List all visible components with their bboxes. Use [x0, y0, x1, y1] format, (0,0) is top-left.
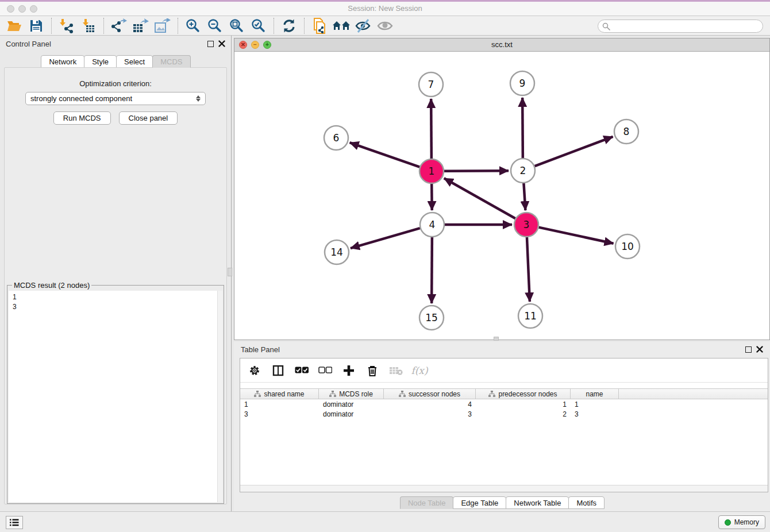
network-canvas[interactable]: 7968124314101511 — [234, 52, 769, 340]
search-input[interactable] — [613, 22, 763, 30]
zoom-selected-button[interactable] — [248, 17, 270, 34]
network-view-window: ✕ − + scc.txt 7968124314101511 — [234, 38, 770, 340]
task-history-button[interactable] — [6, 516, 23, 529]
select-all-columns-button[interactable] — [294, 363, 309, 378]
trash-icon — [367, 365, 378, 376]
graph-node-11[interactable]: 11 — [518, 304, 542, 328]
tab-select[interactable]: Select — [116, 55, 153, 68]
column-header-MCDS-role[interactable]: MCDS role — [319, 389, 384, 399]
delete-table-button[interactable] — [388, 363, 403, 378]
save-session-button[interactable] — [25, 17, 47, 34]
edge-1-6[interactable] — [350, 142, 420, 167]
graph-node-3[interactable]: 3 — [514, 213, 538, 237]
node-table: shared nameMCDS rolesuccessor nodesprede… — [240, 388, 768, 419]
hierarchy-icon — [488, 391, 495, 398]
table-horizontal-scrollbar[interactable] — [240, 485, 768, 492]
network-resize-handle[interactable] — [494, 337, 499, 341]
graph-node-2[interactable]: 2 — [511, 159, 535, 183]
table-settings-button[interactable] — [247, 363, 262, 378]
refresh-button[interactable] — [278, 17, 300, 34]
unselect-all-columns-button[interactable] — [318, 363, 333, 378]
export-network-button[interactable] — [108, 17, 130, 34]
window-titlebar: Session: New Session — [0, 2, 770, 16]
graph-node-6[interactable]: 6 — [324, 126, 348, 150]
export-image-button[interactable] — [152, 17, 174, 34]
graph-node-15[interactable]: 15 — [419, 306, 444, 330]
tab-motifs[interactable]: Motifs — [568, 496, 605, 509]
mcds-result-list[interactable]: 1 3 — [9, 291, 217, 502]
add-column-button[interactable] — [341, 363, 356, 378]
edge-2-8[interactable] — [535, 137, 613, 166]
table-panel-tabs: Node TableEdge TableNetwork TableMotifs — [234, 496, 770, 509]
graph-node-1[interactable]: 1 — [419, 159, 444, 183]
panel-splitter-handle[interactable] — [228, 268, 232, 276]
tab-network[interactable]: Network — [41, 55, 84, 68]
show-column-panel-button[interactable] — [271, 363, 286, 378]
graph-node-8[interactable]: 8 — [614, 119, 638, 144]
tab-node-table[interactable]: Node Table — [400, 496, 454, 509]
table-column-headers: shared nameMCDS rolesuccessor nodesprede… — [240, 388, 768, 399]
import-table-button[interactable] — [78, 17, 99, 34]
tab-network-table[interactable]: Network Table — [506, 496, 569, 509]
export-image-icon — [154, 18, 171, 33]
float-table-panel-icon[interactable] — [745, 346, 752, 353]
edge-4-14[interactable] — [351, 228, 420, 248]
zoom-in-button[interactable] — [182, 17, 204, 34]
toolbar-separator — [51, 18, 52, 34]
edge-1-2[interactable] — [444, 171, 509, 171]
function-builder-button[interactable]: f(x) — [412, 363, 427, 378]
edge-3-1[interactable] — [444, 178, 515, 218]
run-mcds-button[interactable]: Run MCDS — [53, 111, 111, 125]
column-header-predecessor-nodes[interactable]: predecessor nodes — [476, 389, 571, 399]
table-rows: 1dominator4113dominator323 — [240, 399, 768, 419]
zoom-fit-button[interactable] — [226, 17, 248, 34]
tab-edge-table[interactable]: Edge Table — [453, 496, 506, 509]
clone-network-button[interactable] — [309, 17, 330, 34]
graph-node-4[interactable]: 4 — [420, 213, 444, 237]
first-neighbors-button[interactable] — [330, 17, 352, 34]
table-row[interactable]: 3dominator323 — [240, 409, 768, 419]
result-scrollbar[interactable] — [217, 291, 222, 502]
show-all-button[interactable] — [374, 17, 396, 34]
float-panel-icon[interactable] — [207, 41, 214, 47]
table-panel: Table Panel — [234, 342, 770, 511]
column-header-name[interactable]: name — [571, 389, 619, 399]
graph-node-9[interactable]: 9 — [510, 71, 534, 95]
tab-style[interactable]: Style — [84, 55, 117, 68]
column-header-successor-nodes[interactable]: successor nodes — [384, 389, 476, 399]
close-table-panel-icon[interactable] — [756, 346, 763, 353]
hide-selected-button[interactable] — [352, 17, 374, 34]
graph-node-14[interactable]: 14 — [325, 240, 349, 264]
close-panel-icon[interactable] — [218, 40, 225, 47]
export-table-button[interactable] — [130, 17, 152, 34]
edge-2-9[interactable] — [522, 98, 523, 158]
table-panel-title: Table Panel — [241, 345, 280, 354]
zoom-out-button[interactable] — [204, 17, 226, 34]
tab-mcds[interactable]: MCDS — [152, 55, 190, 68]
edge-2-3[interactable] — [523, 183, 525, 210]
optimization-criterion-label: Optimization criterion: — [5, 79, 226, 88]
edge-3-10[interactable] — [539, 228, 614, 244]
edge-1-7[interactable] — [431, 99, 432, 159]
column-header-shared-name[interactable]: shared name — [240, 389, 319, 399]
network-window-title: scc.txt — [234, 40, 769, 49]
graph-node-10[interactable]: 10 — [615, 234, 640, 259]
edge-3-11[interactable] — [527, 237, 530, 302]
gear-icon — [249, 365, 260, 376]
delete-columns-button[interactable] — [365, 363, 380, 378]
criterion-dropdown[interactable]: strongly connected component — [25, 92, 206, 105]
network-window-titlebar[interactable]: ✕ − + scc.txt — [234, 38, 769, 52]
hierarchy-icon — [329, 391, 336, 398]
close-panel-button[interactable]: Close panel — [119, 111, 178, 125]
graph-node-7[interactable]: 7 — [419, 72, 443, 97]
zoom-selected-icon — [251, 18, 266, 33]
open-session-button[interactable] — [3, 17, 25, 34]
plus-icon — [343, 365, 355, 376]
memory-button[interactable]: Memory — [718, 515, 765, 529]
status-bar: Memory — [0, 511, 770, 532]
table-row[interactable]: 1dominator411 — [240, 399, 768, 409]
export-network-icon — [111, 18, 127, 33]
import-network-button[interactable] — [56, 17, 78, 34]
search-field[interactable] — [598, 20, 763, 33]
edge-4-15[interactable] — [432, 237, 432, 303]
